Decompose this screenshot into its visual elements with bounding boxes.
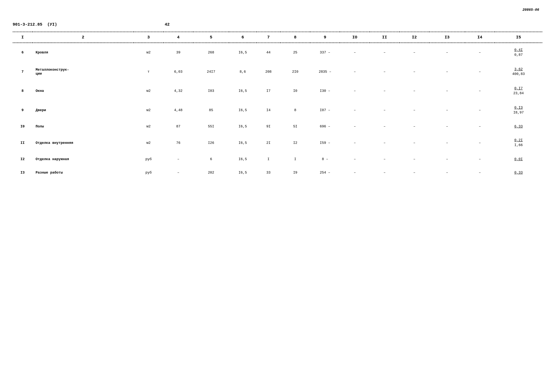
cell-col4: 76	[163, 133, 193, 153]
cell-col10: –	[340, 153, 370, 166]
cell-col15: 0,I723,84	[495, 81, 542, 101]
cell-col9: I07 –	[310, 101, 340, 120]
cell-col9: 696 –	[310, 120, 340, 133]
cell-col10: –	[340, 101, 370, 120]
cell-col6: I6,5	[229, 43, 257, 62]
cell-col11: –	[370, 153, 400, 166]
cell-col4: –	[163, 153, 193, 166]
col-header-2: 2	[32, 32, 134, 43]
cell-col9: I59 –	[310, 133, 340, 153]
col-header-6: 6	[229, 32, 257, 43]
cell-row-num: I3	[13, 166, 32, 179]
cell-unit: м2	[134, 43, 163, 62]
cell-col14: –	[465, 120, 495, 133]
cell-col10: –	[340, 43, 370, 62]
table-row: I3Разные работыруб–202I6,533I9254 ––––––…	[13, 166, 542, 179]
cell-col6: 8,6	[229, 62, 257, 82]
cell-item-name: Отделка наружная	[32, 153, 134, 166]
table-row: 6Кровлям239268I6,54425337 ––––––0,4I0,87	[13, 43, 542, 62]
cell-item-name: Полы	[32, 120, 134, 133]
cell-row-num: I2	[13, 153, 32, 166]
cell-col13: –	[429, 43, 465, 62]
cell-col9: 8 –	[310, 153, 340, 166]
table-row: I2Отделка наружнаяруб–6I6,5II8 ––––––0,0…	[13, 153, 542, 166]
cell-col4: 39	[163, 43, 193, 62]
cell-col8: I0	[280, 81, 310, 101]
cell-col14: –	[465, 81, 495, 101]
cell-col12: –	[400, 166, 429, 179]
cell-col5: 85	[193, 101, 229, 120]
cell-col14: –	[465, 101, 495, 120]
cell-row-num: 7	[13, 62, 32, 82]
cell-col11: –	[370, 81, 400, 101]
cell-row-num: II	[13, 133, 32, 153]
cell-col14: –	[465, 166, 495, 179]
cell-col6: I6,5	[229, 101, 257, 120]
cell-col12: –	[400, 133, 429, 153]
cell-item-name: Отделка внутренняя	[32, 133, 134, 153]
cell-col6: I6,5	[229, 166, 257, 179]
cell-col6: I6,5	[229, 81, 257, 101]
cell-col10: –	[340, 120, 370, 133]
cell-col7: I4	[257, 101, 280, 120]
cell-col14: –	[465, 43, 495, 62]
cell-col14: –	[465, 133, 495, 153]
col-header-9: 9	[310, 32, 340, 43]
cell-col10: –	[340, 133, 370, 153]
cell-col7: 9I	[257, 120, 280, 133]
cell-col12: –	[400, 81, 429, 101]
cell-col10: –	[340, 81, 370, 101]
cell-col14: –	[465, 62, 495, 82]
doc-id: 901-3-212.85 (УI)	[13, 22, 57, 27]
cell-col11: –	[370, 62, 400, 82]
cell-row-num: I0	[13, 120, 32, 133]
cell-col8: 8	[280, 101, 310, 120]
cell-row-num: 8	[13, 81, 32, 101]
cell-col10: –	[340, 62, 370, 82]
cell-col12: –	[400, 101, 429, 120]
cell-col15: 3,62400,83	[495, 62, 542, 82]
cell-col12: –	[400, 62, 429, 82]
cell-col11: –	[370, 166, 400, 179]
table-row: I0Полым28755II6,59I5I696 ––––––6,33	[13, 120, 542, 133]
cell-col5: 55I	[193, 120, 229, 133]
cell-col4: 87	[163, 120, 193, 133]
cell-row-num: 9	[13, 101, 32, 120]
cell-unit: руб	[134, 166, 163, 179]
cell-col15: 6,33	[495, 120, 542, 133]
cell-col11: –	[370, 133, 400, 153]
cell-col4: –	[163, 166, 193, 179]
cell-col4: 4,48	[163, 101, 193, 120]
cell-unit: т	[134, 62, 163, 82]
cell-col13: –	[429, 62, 465, 82]
cell-row-num: 6	[13, 43, 32, 62]
col-header-5: 5	[193, 32, 229, 43]
cell-col11: –	[370, 101, 400, 120]
doc-header: 901-3-212.85 (УI) 42	[13, 22, 542, 27]
cell-col8: I2	[280, 133, 310, 153]
col-header-3: 3	[134, 32, 163, 43]
cell-col8: 5I	[280, 120, 310, 133]
col-header-1: I	[13, 32, 32, 43]
cell-col5: 202	[193, 166, 229, 179]
table-row: 7Металлоконструк-циит6,0324I78,62082I028…	[13, 62, 542, 82]
table-row: 9Дверим24,4885I6,5I48I07 ––––––0,I3I8,97	[13, 101, 542, 120]
cell-col6: I6,5	[229, 120, 257, 133]
cell-item-name: Металлоконструк-ции	[32, 62, 134, 82]
cell-col7: 2I	[257, 133, 280, 153]
cell-unit: руб	[134, 153, 163, 166]
col-header-10: IO	[340, 32, 370, 43]
cell-col9: 2835 –	[310, 62, 340, 82]
cell-col5: 6	[193, 153, 229, 166]
table-row: IIОтделка внутренняям276I26I6,52II2I59 –…	[13, 133, 542, 153]
cell-unit: м2	[134, 101, 163, 120]
col-header-13: I3	[429, 32, 465, 43]
cell-col13: –	[429, 166, 465, 179]
cell-col14: –	[465, 153, 495, 166]
cell-col13: –	[429, 133, 465, 153]
cell-col7: 208	[257, 62, 280, 82]
section-number: 42	[165, 22, 170, 27]
cell-col7: I	[257, 153, 280, 166]
col-header-15: I5	[495, 32, 542, 43]
cell-col5: 268	[193, 43, 229, 62]
